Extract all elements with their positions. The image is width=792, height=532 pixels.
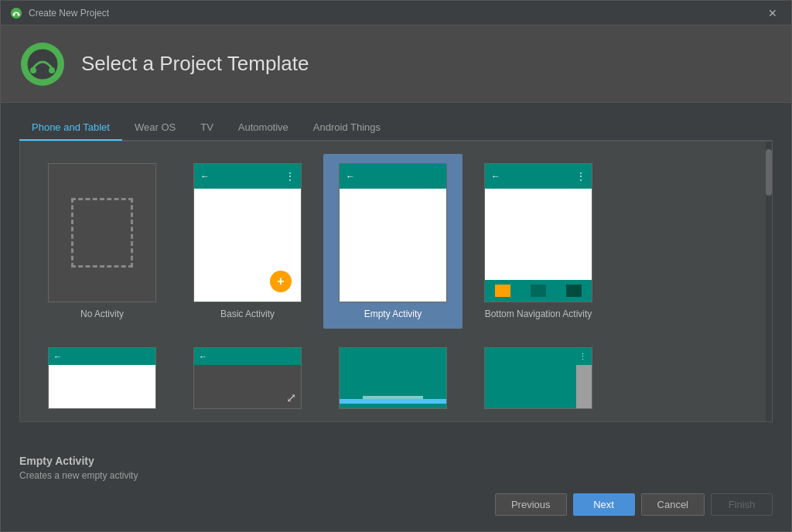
bottom-nav-bar: [485, 280, 592, 302]
svg-point-6: [49, 67, 55, 73]
selected-template-name: Empty Activity: [19, 455, 773, 467]
create-project-dialog: Create New Project ✕ Select a Project Te…: [0, 0, 792, 532]
previous-button[interactable]: Previous: [495, 493, 567, 516]
template-basic-activity[interactable]: ← ⋮ + Basic Activity: [178, 154, 317, 329]
svg-point-2: [18, 13, 20, 15]
menu-icon: ⋮: [285, 171, 295, 182]
title-bar: Create New Project ✕: [1, 1, 791, 26]
template-row2-item3[interactable]: [323, 338, 463, 415]
no-activity-preview: [48, 163, 156, 302]
template-area-wrapper: No Activity ← ⋮ +: [19, 141, 773, 445]
back-icon-row2: ←: [53, 352, 62, 361]
cancel-button[interactable]: Cancel: [641, 493, 705, 516]
tab-tv[interactable]: TV: [188, 115, 226, 141]
template-bottom-nav[interactable]: ← ⋮ Bottom Naviga: [469, 154, 608, 329]
basic-activity-label: Basic Activity: [220, 309, 275, 319]
tab-android-things[interactable]: Android Things: [301, 115, 393, 141]
close-button[interactable]: ✕: [763, 5, 782, 21]
svg-point-1: [13, 13, 15, 15]
header: Select a Project Template: [1, 26, 791, 103]
page-title: Select a Project Template: [81, 52, 309, 76]
nav-item-2: [531, 285, 546, 297]
main-content: Phone and Tablet Wear OS TV Automotive A…: [1, 103, 791, 531]
back-arrow-icon: ←: [200, 171, 210, 182]
scrollbar-thumb[interactable]: [766, 149, 772, 196]
bottom-nav-preview: ← ⋮: [484, 163, 592, 302]
row2-preview-1: ←: [48, 347, 156, 409]
tab-phone-tablet[interactable]: Phone and Tablet: [19, 115, 122, 141]
template-row-2: ← ← ⤢: [20, 335, 772, 421]
menu-icon-2: ⋮: [576, 171, 585, 182]
selected-template-desc: Creates a new empty activity: [19, 470, 773, 481]
dot-icon: [491, 380, 505, 394]
header-logo-icon: [19, 41, 66, 87]
template-row2-item1[interactable]: ←: [32, 338, 172, 415]
svg-point-5: [30, 67, 36, 73]
basic-activity-preview: ← ⋮ +: [193, 163, 302, 302]
no-activity-label: No Activity: [80, 309, 124, 319]
gray-strip: [576, 365, 592, 409]
svg-point-0: [11, 8, 22, 19]
finish-button: Finish: [711, 493, 773, 516]
template-empty-activity[interactable]: ← Empty Activity: [323, 154, 463, 329]
tab-automotive[interactable]: Automotive: [226, 115, 301, 141]
template-row2-item2[interactable]: ← ⤢: [178, 338, 317, 415]
menu-row2: ⋮: [579, 352, 587, 362]
empty-activity-preview: ←: [339, 163, 447, 302]
next-button[interactable]: Next: [573, 493, 635, 516]
empty-toolbar: ←: [340, 164, 446, 189]
bottom-nav-toolbar: ← ⋮: [485, 164, 592, 189]
template-row2-item4[interactable]: ⋮: [469, 338, 608, 415]
scrollbar[interactable]: [766, 142, 772, 421]
title-bar-text: Create New Project: [29, 8, 109, 19]
template-area: No Activity ← ⋮ +: [19, 141, 773, 422]
back-arrow-icon-2: ←: [346, 171, 355, 182]
template-description: Empty Activity Creates a new empty activ…: [19, 445, 773, 487]
template-row-1: No Activity ← ⋮ +: [20, 142, 772, 335]
nav-item-1: [495, 285, 510, 297]
nav-item-3: [566, 285, 582, 297]
android-studio-icon: [10, 7, 22, 19]
row2-preview-2: ← ⤢: [193, 347, 302, 409]
svg-point-4: [27, 49, 58, 80]
fullscreen-icon: ⤢: [286, 390, 296, 405]
fab-icon: +: [270, 271, 292, 292]
dashed-placeholder: [71, 198, 133, 268]
tab-wear-os[interactable]: Wear OS: [122, 115, 188, 141]
back-icon-row2-2: ←: [199, 352, 207, 361]
template-no-activity[interactable]: No Activity: [32, 154, 172, 329]
title-bar-left: Create New Project: [10, 7, 109, 19]
row2-preview-3: [339, 347, 447, 409]
empty-activity-label: Empty Activity: [364, 309, 422, 319]
back-arrow-icon-3: ←: [491, 171, 500, 182]
tabs-bar: Phone and Tablet Wear OS TV Automotive A…: [19, 115, 773, 141]
basic-toolbar: ← ⋮: [194, 164, 301, 189]
footer-buttons: Previous Next Cancel Finish: [19, 487, 773, 519]
bottom-nav-label: Bottom Navigation Activity: [485, 309, 592, 319]
row2-preview-4: ⋮: [484, 347, 592, 409]
